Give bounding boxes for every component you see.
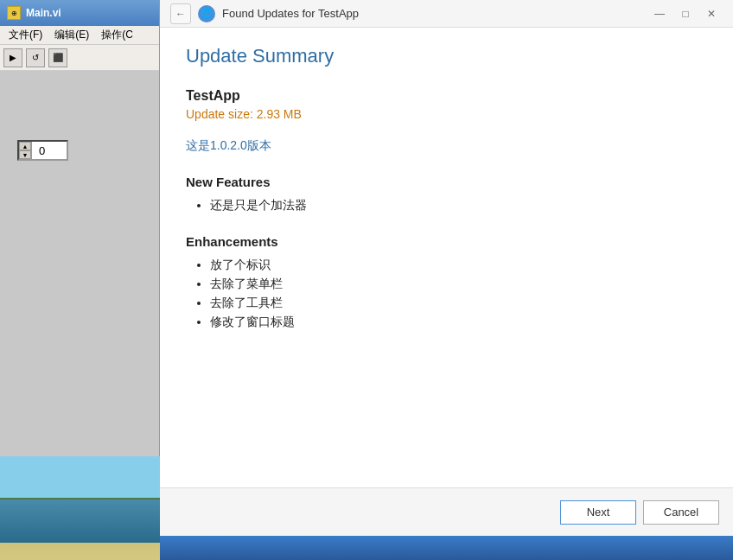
decrement-button[interactable]: ▼ xyxy=(19,150,31,159)
update-summary-heading: Update Summary xyxy=(186,45,707,67)
enhancement-item-3: 去除了工具栏 xyxy=(210,296,707,311)
dialog-titlebar: ← 🌐 Found Updates for TestApp — □ ✕ xyxy=(160,0,733,28)
labview-menu: 文件(F) 编辑(E) 操作(C xyxy=(0,26,159,45)
back-button[interactable]: ← xyxy=(170,3,191,24)
dialog-title: Found Updates for TestApp xyxy=(222,7,641,20)
taskbar xyxy=(160,536,733,560)
cancel-button[interactable]: Cancel xyxy=(643,500,719,525)
update-dialog: ← 🌐 Found Updates for TestApp — □ ✕ Upda… xyxy=(160,0,733,536)
labview-app-icon: ⊕ xyxy=(7,6,21,20)
enhancement-item-4: 修改了窗口标题 xyxy=(210,315,707,330)
version-link[interactable]: 这是1.0.2.0版本 xyxy=(186,138,707,154)
labview-diagram: ▲ ▼ 0 ↻ 检查更新 xyxy=(0,71,159,560)
window-controls: — □ ✕ xyxy=(648,5,723,22)
minimize-button[interactable]: — xyxy=(648,5,671,22)
menu-file[interactable]: 文件(F) xyxy=(3,26,48,44)
dialog-title-icon: 🌐 xyxy=(198,5,215,22)
app-name: TestApp xyxy=(186,88,707,104)
landscape-water xyxy=(0,500,160,543)
new-features-list: 还是只是个加法器 xyxy=(186,198,707,213)
dialog-content: Update Summary TestApp Update size: 2.93… xyxy=(160,28,733,487)
abort-button[interactable]: ⬛ xyxy=(48,48,67,67)
back-icon: ← xyxy=(175,8,186,20)
close-button[interactable]: ✕ xyxy=(700,5,723,22)
labview-title: Main.vi xyxy=(26,7,61,19)
new-feature-item-1: 还是只是个加法器 xyxy=(210,198,707,213)
labview-titlebar: ⊕ Main.vi xyxy=(0,0,159,26)
labview-window: ⊕ Main.vi 文件(F) 编辑(E) 操作(C ▶ ↺ ⬛ ▲ ▼ 0 ↻… xyxy=(0,0,160,560)
menu-edit[interactable]: 编辑(E) xyxy=(49,26,94,44)
enhancements-list: 放了个标识 去除了菜单栏 去除了工具栏 修改了窗口标题 xyxy=(186,258,707,330)
numeric-arrows: ▲ ▼ xyxy=(19,142,32,159)
menu-operate[interactable]: 操作(C xyxy=(96,26,138,44)
next-button[interactable]: Next xyxy=(560,500,636,525)
new-features-title: New Features xyxy=(186,175,707,189)
landscape-background xyxy=(0,456,160,560)
maximize-button[interactable]: □ xyxy=(674,5,697,22)
update-size: Update size: 2.93 MB xyxy=(186,107,707,121)
enhancements-title: Enhancements xyxy=(186,234,707,249)
numeric-control: ▲ ▼ 0 xyxy=(17,140,68,161)
labview-toolbar: ▶ ↺ ⬛ xyxy=(0,45,159,71)
enhancement-item-1: 放了个标识 xyxy=(210,258,707,273)
increment-button[interactable]: ▲ xyxy=(19,142,31,150)
enhancement-item-2: 去除了菜单栏 xyxy=(210,277,707,292)
dialog-footer: Next Cancel xyxy=(160,487,733,536)
run-continuously-button[interactable]: ↺ xyxy=(26,48,45,67)
numeric-value[interactable]: 0 xyxy=(32,143,67,159)
run-button[interactable]: ▶ xyxy=(3,48,22,67)
